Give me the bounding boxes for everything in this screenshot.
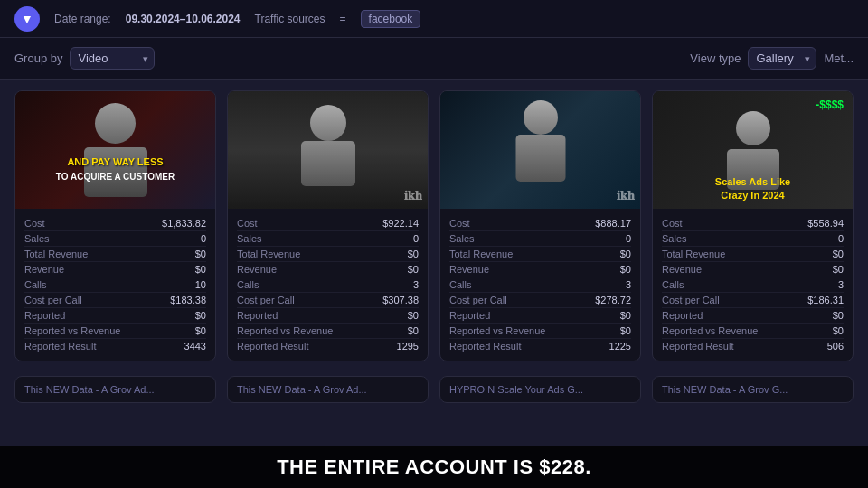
logo-icon: ▼ xyxy=(14,6,40,32)
gallery-grid: AND PAY WAY LESS TO ACQUIRE A CUSTOMER C… xyxy=(14,90,854,361)
total-revenue-value: $0 xyxy=(195,249,206,259)
view-type-select-wrapper[interactable]: Gallery Table List xyxy=(748,47,816,70)
card-3-stats: Cost$888.17 Sales0 Total Revenue$0 Reven… xyxy=(440,209,640,361)
sales-value: 0 xyxy=(201,233,206,244)
total-revenue-label: Total Revenue xyxy=(24,249,88,259)
card-4-thumb-line1: Scales Ads Like xyxy=(653,175,853,188)
card-1-thumb-line1: AND PAY WAY LESS xyxy=(24,155,206,168)
card-4: -$$$$ Scales Ads Like Crazy In 2024 Cost… xyxy=(652,90,854,361)
card-4-stats: Cost$558.94 Sales0 Total Revenue$0 Reven… xyxy=(653,209,853,361)
bottom-card-3: HYPRO N Scale Your Ads G... xyxy=(439,376,641,403)
bottom-row: This NEW Data - A Grov Ad... This NEW Da… xyxy=(0,376,868,403)
stat-row-cost-per-call: Cost per Call $183.38 xyxy=(24,293,206,308)
card-4-thumb-line2: Crazy In 2024 xyxy=(653,189,853,202)
cost-value: $1,833.82 xyxy=(162,218,206,229)
gallery-area: AND PAY WAY LESS TO ACQUIRE A CUSTOMER C… xyxy=(0,80,868,372)
stat-row-reported: Reported $0 xyxy=(24,308,206,324)
view-type-label: View type xyxy=(690,52,741,65)
traffic-sources-label: Traffic sources xyxy=(255,13,326,25)
calls-label: Calls xyxy=(24,279,46,290)
card-1-stats: Cost $1,833.82 Sales 0 Total Revenue $0 … xyxy=(15,209,215,361)
card-3-thumbnail: 𝐢𝐤𝐡 xyxy=(440,91,640,209)
reported-value: $0 xyxy=(195,310,206,321)
date-range-label: Date range: xyxy=(54,13,111,25)
reported-result-label: Reported Result xyxy=(24,341,97,352)
metric-label: Met... xyxy=(824,52,854,65)
controls-left: Group by Video Ad Campaign xyxy=(14,47,155,70)
group-by-select[interactable]: Video Ad Campaign xyxy=(70,47,155,70)
card-2-thumbnail: 𝐢𝐤𝐡 xyxy=(228,91,428,209)
card-1: AND PAY WAY LESS TO ACQUIRE A CUSTOMER C… xyxy=(14,90,216,361)
stat-row-sales: Sales 0 xyxy=(24,231,206,247)
cost-per-call-label: Cost per Call xyxy=(24,295,82,305)
card-1-thumbnail: AND PAY WAY LESS TO ACQUIRE A CUSTOMER xyxy=(15,91,215,209)
sales-label: Sales xyxy=(24,233,50,244)
bottom-card-2: This NEW Data - A Grov Ad... xyxy=(227,376,429,403)
stat-row-cost: Cost $1,833.82 xyxy=(24,216,206,231)
traffic-value[interactable]: facebook xyxy=(361,10,421,28)
reported-vs-revenue-value: $0 xyxy=(195,325,206,336)
card-2: 𝐢𝐤𝐡 Cost$922.14 Sales0 Total Revenue$0 R… xyxy=(227,90,429,361)
controls-right: View type Gallery Table List Met... xyxy=(690,47,854,70)
banner-text: THE ENTIRE ACCOUNT IS $228. xyxy=(277,455,591,479)
reported-result-value: 3443 xyxy=(184,341,206,352)
bottom-grid: This NEW Data - A Grov Ad... This NEW Da… xyxy=(14,376,854,403)
card-4-money: -$$$$ xyxy=(816,99,844,111)
card-2-watermark: 𝐢𝐤𝐡 xyxy=(404,188,422,203)
card-1-thumb-line2: TO ACQUIRE A CUSTOMER xyxy=(24,172,206,182)
stat-row-revenue: Revenue $0 xyxy=(24,262,206,277)
stat-row-total-revenue: Total Revenue $0 xyxy=(24,247,206,262)
controls-bar: Group by Video Ad Campaign View type Gal… xyxy=(0,38,868,80)
top-bar: ▼ Date range: 09.30.2024–10.06.2024 Traf… xyxy=(0,0,868,38)
reported-label: Reported xyxy=(24,310,65,321)
stat-row-reported-vs-revenue: Reported vs Revenue $0 xyxy=(24,324,206,339)
card-2-stats: Cost$922.14 Sales0 Total Revenue$0 Reven… xyxy=(228,209,428,361)
stat-row-reported-result: Reported Result 3443 xyxy=(24,339,206,353)
date-range-value: 09.30.2024–10.06.2024 xyxy=(126,13,241,25)
reported-vs-revenue-label: Reported vs Revenue xyxy=(24,325,120,336)
view-type-select[interactable]: Gallery Table List xyxy=(748,47,816,70)
revenue-label: Revenue xyxy=(24,264,64,275)
logo-symbol: ▼ xyxy=(21,12,33,26)
card-3-watermark: 𝐢𝐤𝐡 xyxy=(617,188,635,203)
calls-value: 10 xyxy=(195,279,206,290)
bottom-card-4: This NEW Data - A Grov G... xyxy=(652,376,854,403)
revenue-value: $0 xyxy=(195,264,206,275)
stat-row-calls: Calls 10 xyxy=(24,277,206,293)
bottom-card-1: This NEW Data - A Grov Ad... xyxy=(14,376,216,403)
traffic-equals: = xyxy=(340,13,346,25)
cost-label: Cost xyxy=(24,218,45,229)
group-by-select-wrapper[interactable]: Video Ad Campaign xyxy=(70,47,155,70)
banner-overlay: THE ENTIRE ACCOUNT IS $228. xyxy=(0,446,868,488)
group-by-label: Group by xyxy=(14,52,62,65)
card-3: 𝐢𝐤𝐡 Cost$888.17 Sales0 Total Revenue$0 R… xyxy=(439,90,641,361)
card-4-thumbnail: -$$$$ Scales Ads Like Crazy In 2024 xyxy=(653,91,853,209)
cost-per-call-value: $183.38 xyxy=(170,295,206,305)
